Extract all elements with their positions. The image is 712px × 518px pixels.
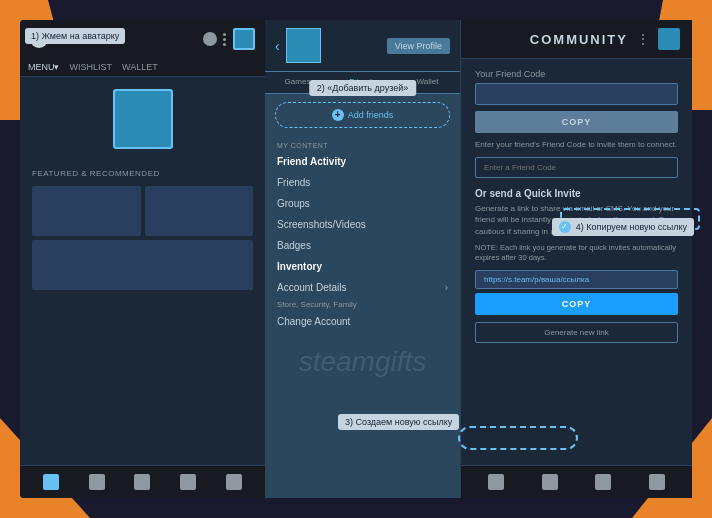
callout-3: 3) Создаем новую ссылку — [338, 414, 459, 430]
content-friends[interactable]: Friends — [265, 172, 460, 193]
callout-4: ✓ 4) Копируем новую ссылку — [552, 218, 694, 236]
avatar-box[interactable] — [113, 89, 173, 149]
profile-avatar — [286, 28, 321, 63]
nav-menu[interactable]: MENU▾ — [28, 62, 60, 72]
featured-img-2 — [145, 186, 254, 236]
my-content-label: MY CONTENT — [265, 136, 460, 151]
quick-invite-title: Or send a Quick Invite — [475, 188, 678, 199]
avatar-area — [20, 77, 265, 161]
community-header: COMMUNITY ⋮ — [461, 20, 692, 59]
featured-img-1 — [32, 186, 141, 236]
community-title: COMMUNITY — [530, 32, 628, 47]
more-icon[interactable] — [223, 32, 227, 46]
add-friends-icon: + — [332, 109, 344, 121]
search-icon[interactable] — [203, 32, 217, 46]
community-avatar[interactable] — [658, 28, 680, 50]
community-content: Your Friend Code COPY Enter your friend'… — [461, 59, 692, 465]
add-friends-button[interactable]: + Add friends — [275, 102, 450, 128]
steam-bottom-nav — [20, 465, 265, 498]
content-inventory[interactable]: Inventory — [265, 256, 460, 277]
content-badges[interactable]: Badges — [265, 235, 460, 256]
content-groups[interactable]: Groups — [265, 193, 460, 214]
watermark: steamgifts — [299, 346, 427, 378]
nav-wallet[interactable]: WALLET — [122, 62, 158, 72]
tooltip-2: 2) «Добавить друзей» — [309, 80, 417, 96]
add-friends-label: Add friends — [348, 110, 394, 120]
bottom-nav-tag-icon[interactable] — [43, 474, 59, 490]
tooltip-1: 1) Жмем на аватарку — [25, 28, 125, 44]
enter-friend-code-input[interactable] — [475, 157, 678, 178]
community-nav-bell-icon[interactable] — [649, 474, 665, 490]
back-button[interactable]: ‹ — [275, 38, 280, 54]
community-more-icon[interactable]: ⋮ — [636, 31, 650, 47]
nav-wishlist[interactable]: WISHLIST — [70, 62, 113, 72]
copy-friend-code-button[interactable]: COPY — [475, 111, 678, 133]
steam-panel: STEAM MENU▾ WISHLIST WALLET 1) Жмем на а… — [20, 20, 265, 498]
bottom-nav-bell-icon[interactable] — [180, 474, 196, 490]
view-profile-button[interactable]: View Profile — [387, 38, 450, 54]
bottom-nav-shield-icon[interactable] — [134, 474, 150, 490]
generate-link-button[interactable]: Generate new link — [475, 322, 678, 343]
content-account-details[interactable]: Account Details › — [265, 277, 460, 298]
note-text: NOTE: Each link you generate for quick i… — [475, 243, 678, 264]
featured-label: FEATURED & RECOMMENDED — [32, 169, 253, 178]
featured-images — [32, 186, 253, 290]
copy-link-button[interactable]: COPY — [475, 293, 678, 315]
steam-nav: MENU▾ WISHLIST WALLET — [20, 58, 265, 77]
community-panel: COMMUNITY ⋮ Your Friend Code COPY Enter … — [460, 20, 692, 498]
link-url-display: https://s.team/p/ваша/ссылка — [475, 270, 678, 289]
profile-header: ‹ View Profile — [265, 20, 460, 72]
community-bottom-nav — [461, 465, 692, 498]
bottom-nav-menu-icon[interactable] — [226, 474, 242, 490]
content-screenshots[interactable]: Screenshots/Videos — [265, 214, 460, 235]
steam-header-icons — [203, 28, 255, 50]
community-nav-shield-icon[interactable] — [595, 474, 611, 490]
user-avatar-small[interactable] — [233, 28, 255, 50]
account-details-arrow: › — [445, 282, 448, 293]
content-friend-activity[interactable]: Friend Activity — [265, 151, 460, 172]
featured-img-wide — [32, 240, 253, 290]
content-account-sub: Store, Security, Family — [265, 298, 460, 311]
invite-description: Enter your friend's Friend Code to invit… — [475, 139, 678, 150]
bottom-nav-list-icon[interactable] — [89, 474, 105, 490]
community-nav-tag-icon[interactable] — [488, 474, 504, 490]
community-nav-list-icon[interactable] — [542, 474, 558, 490]
featured-section: FEATURED & RECOMMENDED — [20, 161, 265, 465]
content-change-account[interactable]: Change Account — [265, 311, 460, 332]
friend-code-label: Your Friend Code — [475, 69, 678, 79]
friend-code-input[interactable] — [475, 83, 678, 105]
check-icon: ✓ — [559, 221, 571, 233]
